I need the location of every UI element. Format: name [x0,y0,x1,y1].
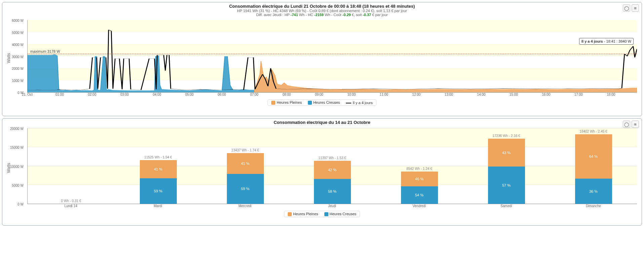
x-tick: 10:00 [347,93,356,96]
legend-item-hp[interactable]: Heures Pleines [271,100,302,105]
chart-menu-button[interactable]: ≡ [632,4,639,12]
bar-segment-hp: 64 % [575,134,612,179]
y-tick: 3000 W [12,55,24,58]
x-tick: 13:00 [445,93,453,96]
weekly-chart[interactable]: Watts 0 W5000 W10000 W15000 W20000 W 0 W… [4,126,640,210]
x-tick: 14:00 [477,93,485,96]
x-tick: 11:00 [380,93,388,96]
x-tick: Lundi 14 [64,204,77,208]
x-tick: 05:00 [185,93,194,96]
bar-segment-hp: 41 % [227,153,264,174]
bar-total-label: 8542 Wh - 1.24 € [406,167,432,171]
legend-item-hp[interactable]: Heures Pleines [288,212,318,216]
x-tick: 04:00 [153,93,161,96]
bar-segment-hp: 42 % [314,161,351,179]
bar-total-label: 17236 Wh - 2.16 € [492,134,520,138]
y-tick: 1000 W [12,79,24,83]
bar-Samedi[interactable]: 43 %57 % [488,139,525,204]
bar-total-label: 13437 Wh - 1.74 € [231,148,259,152]
x-tick: Mercredi [238,204,251,208]
x-tick: Dimanche [586,204,601,208]
weekly-consumption-panel: ◯ ≡ Consommation électrique du 14 au 21 … [2,118,642,226]
x-tick: Samedi [500,204,512,208]
x-tick: 07:00 [250,93,258,96]
daily-chart[interactable]: Watts 0 W1000 W2000 W3000 W4000 W5000 W6… [4,18,640,98]
svg-rect-7 [28,20,637,32]
chart-title: Consommation électrique du Lundi 21 Octo… [4,4,640,9]
x-tick: 08:00 [282,93,291,96]
x-tick: 01:00 [55,93,64,96]
y-tick: 2000 W [12,67,24,71]
daily-consumption-panel: ◯ ≡ Consommation électrique du Lundi 21 … [2,2,642,116]
x-tick: 02:00 [88,93,96,96]
y-tick: 5000 W [12,183,24,187]
x-tick: 06:00 [217,93,226,96]
chart-subtitle-1: HP 1941 Wh (31 %) - HC 4348 Wh (69 %) - … [4,9,640,13]
bar-Jeudi[interactable]: 42 %58 % [314,161,351,204]
y-tick: 15000 W [10,146,24,149]
chart-reset-button[interactable]: ◯ [623,4,630,12]
x-tick: 12:00 [412,93,420,96]
bar-total-label: 11525 Wh - 1.54 € [144,155,172,159]
daily-chart-legend: Heures Pleines Heures Creuses Il y a 4 j… [268,99,376,106]
bar-segment-hp: 43 % [488,139,525,167]
x-tick: 15:00 [510,93,518,96]
svg-rect-4 [28,44,637,56]
y-tick: 5000 W [12,31,24,34]
bar-Dimanche[interactable]: 64 %36 % [575,134,612,204]
x-tick: Mardi [154,204,162,208]
x-tick: 17:00 [574,93,583,96]
x-tick: Vendredi [412,204,426,208]
y-tick: 6000 W [12,19,24,22]
legend-item-hc[interactable]: Heures Creuses [308,100,340,105]
bar-segment-hp: 46 % [401,172,438,186]
x-tick: 18:00 [607,93,615,96]
x-tick: 16:00 [542,93,550,96]
bar-total-label: 11397 Wh - 1.53 € [318,156,346,160]
x-tick: Jeudi [328,204,336,208]
bar-total-label: 0 Wh - 0.31 € [61,199,81,203]
svg-rect-1 [28,68,637,80]
bar-segment-hc: 58 % [314,179,351,204]
max-annotation: maximum 3178 W [30,49,60,53]
chart-tooltip: Il y a 4 jours - 18:41 : 3840 W [579,38,634,45]
x-tick: 03:00 [120,93,129,96]
bar-segment-hc: 36 % [575,179,612,204]
weekly-chart-legend: Heures Pleines Heures Creuses [284,211,360,217]
chart-title: Consommation électrique du 14 au 21 Octo… [4,120,640,125]
bar-segment-hp: 41 % [140,160,177,178]
bar-total-label: 18402 Wh - 2.45 € [579,130,607,133]
bar-Mardi[interactable]: 41 %59 % [140,160,177,204]
bar-segment-hc: 59 % [227,174,264,204]
bar-segment-hc: 54 % [401,186,438,204]
legend-item-hc[interactable]: Heures Creuses [324,212,356,216]
bar-segment-hc: 59 % [140,178,177,204]
legend-item-prev[interactable]: Il y a 4 jours [346,101,372,105]
bar-Vendredi[interactable]: 46 %54 % [401,172,438,204]
bar-segment-hc: 57 % [488,167,525,204]
y-tick: 0 W [17,202,24,206]
chart-subtitle-2: Diff. avec Jeudi : HP -741 Wh - HC -2159… [4,13,640,17]
x-tick: 21. Oct [22,93,33,96]
y-tick: 4000 W [12,43,24,46]
bar-Mercredi[interactable]: 41 %59 % [227,153,264,204]
x-tick: 09:00 [315,93,323,96]
y-tick: 10000 W [10,165,24,168]
y-tick: 20000 W [10,127,24,131]
